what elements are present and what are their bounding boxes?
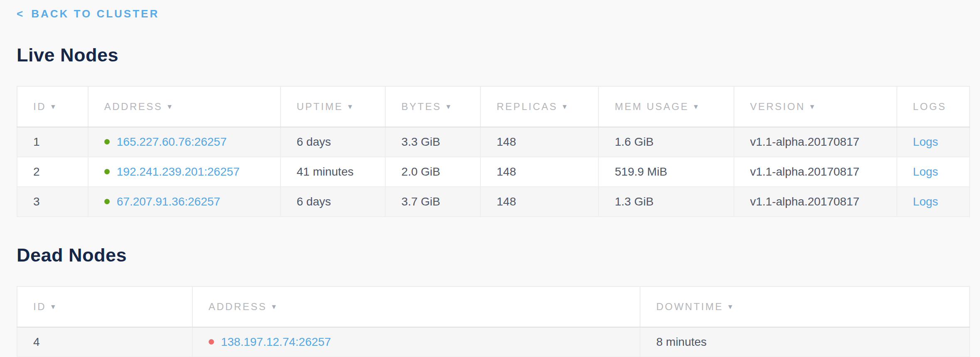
column-label: LOGS [913, 101, 947, 112]
dead-nodes-title: Dead Nodes [17, 245, 970, 266]
live-node-row: 3 67.207.91.36:26257 6 days 3.7 GiB 148 … [17, 187, 970, 217]
node-logs-cell: Logs [897, 157, 970, 187]
node-logs-cell: Logs [897, 187, 970, 217]
node-id-cell: 2 [17, 157, 88, 187]
node-version-cell: v1.1-alpha.20170817 [734, 187, 897, 217]
node-address-link[interactable]: 192.241.239.201:26257 [117, 165, 240, 178]
node-address-cell: 165.227.60.76:26257 [88, 127, 281, 157]
live-column-header-logs: LOGS [897, 86, 970, 127]
node-mem-usage-cell: 519.9 MiB [598, 157, 734, 187]
node-replicas-cell: 148 [480, 187, 598, 217]
column-label: ADDRESS [104, 101, 163, 112]
node-logs-cell: Logs [897, 127, 970, 157]
dead-nodes-table: ID▾ ADDRESS▾ DOWNTIME▾ 4 138.197.12.74:2… [17, 286, 970, 357]
live-nodes-table: ID▾ ADDRESS▾ UPTIME▾ BYTES▾ REPLICAS▾ ME… [17, 86, 970, 217]
node-address-cell: 138.197.12.74:26257 [192, 327, 640, 357]
live-status-dot-icon [104, 139, 110, 144]
live-column-header-uptime[interactable]: UPTIME▾ [281, 86, 385, 127]
node-address-link[interactable]: 67.207.91.36:26257 [117, 195, 220, 208]
sort-arrow-icon: ▾ [563, 102, 568, 111]
node-bytes-cell: 3.3 GiB [385, 127, 480, 157]
live-status-dot-icon [104, 199, 110, 204]
live-node-row: 2 192.241.239.201:26257 41 minutes 2.0 G… [17, 157, 970, 187]
node-id-cell: 4 [17, 327, 192, 357]
sort-arrow-icon: ▾ [51, 302, 57, 311]
node-logs-link[interactable]: Logs [913, 195, 938, 208]
live-nodes-header-row: ID▾ ADDRESS▾ UPTIME▾ BYTES▾ REPLICAS▾ ME… [17, 86, 970, 127]
sort-arrow-icon: ▾ [348, 102, 353, 111]
node-address-link[interactable]: 138.197.12.74:26257 [221, 335, 331, 348]
back-chevron-icon: < [17, 7, 25, 20]
node-id-cell: 3 [17, 187, 88, 217]
live-column-header-mem-usage[interactable]: MEM USAGE▾ [598, 86, 734, 127]
sort-arrow-icon: ▾ [810, 102, 815, 111]
sort-arrow-icon: ▾ [728, 302, 734, 311]
node-bytes-cell: 3.7 GiB [385, 187, 480, 217]
sort-arrow-icon: ▾ [51, 102, 57, 111]
node-id-cell: 1 [17, 127, 88, 157]
column-label: MEM USAGE [615, 101, 689, 112]
live-column-header-address[interactable]: ADDRESS▾ [88, 86, 281, 127]
node-uptime-cell: 41 minutes [281, 157, 385, 187]
live-column-header-id[interactable]: ID▾ [17, 86, 88, 127]
node-replicas-cell: 148 [480, 127, 598, 157]
live-column-header-bytes[interactable]: BYTES▾ [385, 86, 480, 127]
node-uptime-cell: 6 days [281, 127, 385, 157]
back-link-label: BACK TO CLUSTER [31, 7, 159, 20]
node-address-cell: 192.241.239.201:26257 [88, 157, 281, 187]
back-to-cluster-link[interactable]: < BACK TO CLUSTER [17, 7, 159, 20]
live-status-dot-icon [104, 169, 110, 174]
sort-arrow-icon: ▾ [167, 102, 173, 111]
live-node-row: 1 165.227.60.76:26257 6 days 3.3 GiB 148… [17, 127, 970, 157]
node-mem-usage-cell: 1.3 GiB [598, 187, 734, 217]
node-logs-link[interactable]: Logs [913, 135, 938, 148]
node-version-cell: v1.1-alpha.20170817 [734, 157, 897, 187]
column-label: ID [33, 101, 46, 112]
node-logs-link[interactable]: Logs [913, 165, 938, 178]
sort-arrow-icon: ▾ [694, 102, 699, 111]
column-label: ADDRESS [209, 301, 267, 312]
column-label: BYTES [401, 101, 441, 112]
column-label: REPLICAS [497, 101, 558, 112]
live-column-header-version[interactable]: VERSION▾ [734, 86, 897, 127]
nodes-overview-page: < BACK TO CLUSTER Live Nodes ID▾ ADDRESS… [0, 0, 980, 357]
node-replicas-cell: 148 [480, 157, 598, 187]
dead-column-header-address[interactable]: ADDRESS▾ [192, 286, 640, 327]
node-bytes-cell: 2.0 GiB [385, 157, 480, 187]
live-column-header-replicas[interactable]: REPLICAS▾ [480, 86, 598, 127]
node-uptime-cell: 6 days [281, 187, 385, 217]
column-label: ID [33, 301, 46, 312]
sort-arrow-icon: ▾ [272, 302, 277, 311]
dead-nodes-header-row: ID▾ ADDRESS▾ DOWNTIME▾ [17, 286, 970, 327]
column-label: DOWNTIME [656, 301, 723, 312]
node-version-cell: v1.1-alpha.20170817 [734, 127, 897, 157]
sort-arrow-icon: ▾ [446, 102, 452, 111]
dead-status-dot-icon [209, 339, 214, 345]
node-downtime-cell: 8 minutes [640, 327, 970, 357]
node-address-link[interactable]: 165.227.60.76:26257 [117, 135, 227, 148]
node-address-cell: 67.207.91.36:26257 [88, 187, 281, 217]
dead-node-row: 4 138.197.12.74:26257 8 minutes [17, 327, 970, 357]
node-mem-usage-cell: 1.6 GiB [598, 127, 734, 157]
dead-column-header-id[interactable]: ID▾ [17, 286, 192, 327]
dead-column-header-downtime[interactable]: DOWNTIME▾ [640, 286, 970, 327]
live-nodes-title: Live Nodes [17, 44, 970, 66]
column-label: UPTIME [297, 101, 343, 112]
column-label: VERSION [750, 101, 805, 112]
